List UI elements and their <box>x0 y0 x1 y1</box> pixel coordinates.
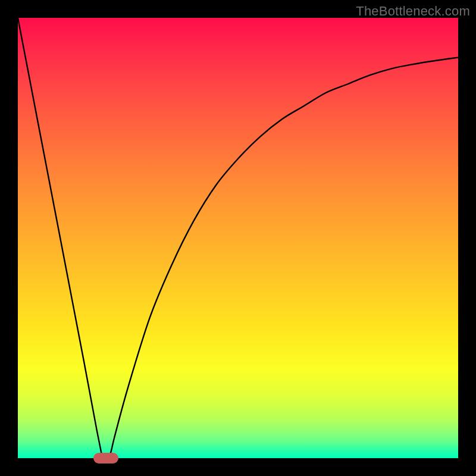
bottleneck-curve <box>18 18 458 458</box>
watermark-text: TheBottleneck.com <box>356 4 470 19</box>
optimal-point-marker <box>93 453 118 464</box>
plot-area <box>18 18 458 458</box>
